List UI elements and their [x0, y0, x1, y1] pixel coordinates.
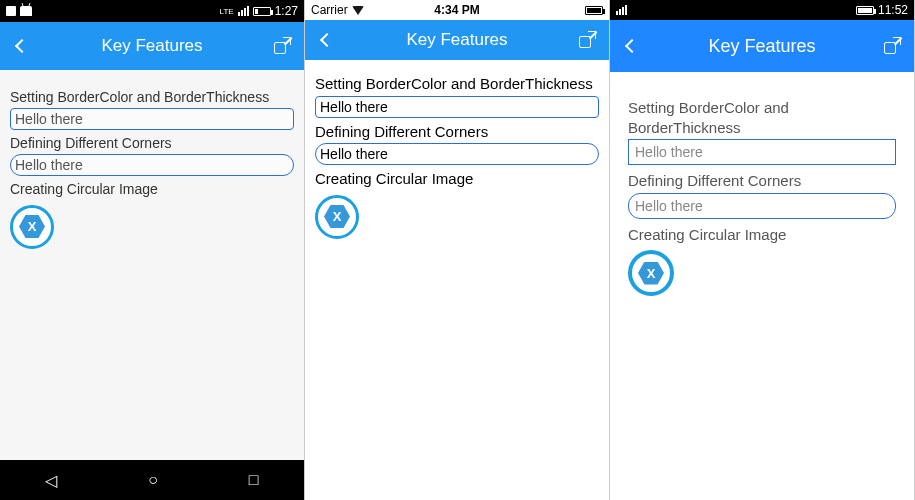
border-demo-1: Hello there	[628, 139, 896, 165]
circular-image-demo: X	[10, 205, 54, 249]
clock: 1:27	[275, 4, 298, 18]
wp-status-bar: 11:52	[610, 0, 914, 20]
label-border: Setting BorderColor and BorderThickness	[10, 88, 294, 106]
label-border: Setting BorderColor and BorderThickness	[315, 74, 599, 94]
chevron-left-icon	[320, 33, 334, 47]
open-external-button[interactable]	[260, 38, 304, 54]
open-external-icon	[884, 38, 900, 54]
label-circle: Creating Circular Image	[10, 180, 294, 198]
xamarin-icon: X	[324, 205, 350, 228]
page-title: Key Features	[654, 36, 870, 57]
signal-icon	[238, 6, 249, 16]
android-screen: LTE 1:27 Key Features Setting BorderColo…	[0, 0, 305, 500]
content-area: Setting BorderColor and BorderThickness …	[0, 70, 304, 460]
xamarin-icon: X	[19, 215, 45, 238]
page-title: Key Features	[44, 36, 260, 56]
wp-screen: 11:52 Key Features Setting BorderColor a…	[610, 0, 915, 500]
open-external-button[interactable]	[870, 38, 914, 54]
border-demo-2: Hello there	[628, 193, 896, 219]
battery-icon	[856, 6, 874, 15]
open-external-icon	[274, 38, 290, 54]
battery-icon	[585, 6, 603, 15]
chevron-left-icon	[15, 39, 29, 53]
nav-home-button[interactable]: ○	[148, 471, 158, 489]
back-button[interactable]	[610, 41, 654, 51]
app-bar: Key Features	[610, 20, 914, 72]
label-circle: Creating Circular Image	[628, 225, 896, 245]
app-bar: Key Features	[0, 22, 304, 70]
android-nav-bar: ◁ ○ □	[0, 460, 304, 500]
nav-back-button[interactable]: ◁	[45, 471, 57, 490]
border-demo-2: Hello there	[315, 143, 599, 165]
ios-screen: Carrier 4:34 PM Key Features Setting Bor…	[305, 0, 610, 500]
border-demo-1: Hello there	[10, 108, 294, 130]
label-corners: Defining Different Corners	[10, 134, 294, 152]
ios-status-bar: Carrier 4:34 PM	[305, 0, 609, 20]
content-area: Setting BorderColor and BorderThickness …	[305, 60, 609, 500]
border-demo-1: Hello there	[315, 96, 599, 118]
label-circle: Creating Circular Image	[315, 169, 599, 189]
android-status-bar: LTE 1:27	[0, 0, 304, 22]
back-button[interactable]	[305, 35, 349, 45]
back-button[interactable]	[0, 41, 44, 51]
wifi-icon	[352, 6, 364, 15]
nav-recent-button[interactable]: □	[249, 471, 259, 489]
app-bar: Key Features	[305, 20, 609, 60]
clock: 11:52	[878, 3, 908, 17]
label-border: Setting BorderColor and BorderThickness	[628, 98, 896, 137]
circular-image-demo: X	[315, 195, 359, 239]
border-demo-2: Hello there	[10, 154, 294, 176]
battery-icon	[253, 7, 271, 16]
lte-indicator: LTE	[220, 7, 234, 16]
carrier-label: Carrier	[311, 3, 348, 17]
open-external-button[interactable]	[565, 32, 609, 48]
xamarin-icon: X	[638, 262, 664, 285]
open-external-icon	[579, 32, 595, 48]
signal-icon	[616, 5, 627, 15]
label-corners: Defining Different Corners	[315, 122, 599, 142]
label-corners: Defining Different Corners	[628, 171, 896, 191]
page-title: Key Features	[349, 30, 565, 50]
notification-icon	[6, 6, 16, 16]
circular-image-demo: X	[628, 250, 674, 296]
chevron-left-icon	[625, 39, 639, 53]
content-area: Setting BorderColor and BorderThickness …	[610, 72, 914, 500]
clock: 4:34 PM	[434, 3, 479, 17]
debug-icon	[20, 6, 32, 16]
